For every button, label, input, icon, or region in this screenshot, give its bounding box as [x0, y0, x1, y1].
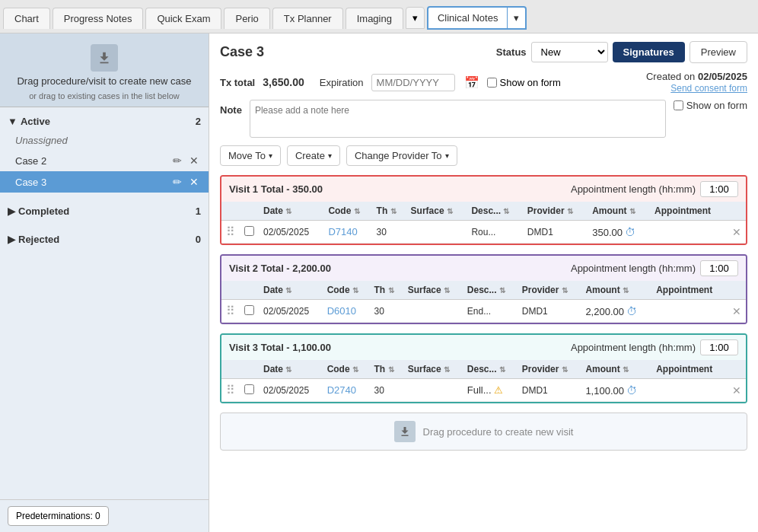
visit3-th-appointment: Appointment [651, 360, 728, 379]
visit3-row0-drag[interactable]: ⠿ [221, 379, 240, 402]
tab-clinical-notes[interactable]: Clinical Notes ▾ [427, 6, 527, 30]
visit3-th-check [240, 360, 259, 379]
expiration-input[interactable] [371, 74, 455, 91]
tab-clinical-notes-arrow[interactable]: ▾ [508, 8, 525, 28]
predeterminations-button[interactable]: Predeterminations: 0 [8, 506, 109, 526]
visit2-th-code[interactable]: Code ⇅ [323, 281, 370, 300]
visit1-th-desc[interactable]: Desc... ⇅ [467, 202, 522, 221]
visit2-row0-checkbox[interactable] [244, 305, 254, 315]
visit2-row0-check[interactable] [240, 300, 259, 323]
visit1-row0-delete-icon[interactable]: ✕ [732, 226, 741, 238]
visit3-row0-check[interactable] [240, 379, 259, 402]
visit3-th-th[interactable]: Th ⇅ [370, 360, 403, 379]
visit2-row0-clock-icon[interactable]: ⏱ [626, 305, 637, 317]
visit2-title: Visit 2 Total - 2,200.00 [229, 263, 331, 274]
visit3-th-date[interactable]: Date ⇅ [259, 360, 323, 379]
visit3-th-surface[interactable]: Surface ⇅ [403, 360, 463, 379]
bottom-drag-label: Drag procedure to create new visit [423, 426, 574, 438]
tab-more[interactable]: ▾ [406, 7, 425, 29]
visit2-appt-input[interactable] [700, 260, 738, 276]
visit1-appt-input[interactable] [700, 181, 738, 197]
visit1-th-th[interactable]: Th ⇅ [372, 202, 406, 221]
sidebar-case2-edit-icon[interactable]: ✏ [170, 154, 184, 167]
create-button[interactable]: Create ▾ [287, 145, 340, 166]
tab-perio[interactable]: Perio [224, 8, 269, 29]
visit3-th-amount[interactable]: Amount ⇅ [581, 360, 651, 379]
visit3-row0-clock-icon[interactable]: ⏱ [626, 384, 637, 397]
visit2-table-header-row: Date ⇅ Code ⇅ Th ⇅ Surface ⇅ Desc... ⇅ P… [221, 281, 746, 300]
visit1-th-date[interactable]: Date ⇅ [259, 202, 323, 221]
change-provider-button[interactable]: Change Provider To ▾ [346, 145, 457, 166]
visit1-row0-delete[interactable]: ✕ [728, 221, 746, 244]
visit1-row0-clock-icon[interactable]: ⏱ [625, 226, 635, 238]
sidebar-item-case3[interactable]: Case 3 ✏ ✕ [0, 171, 209, 193]
visit2-th-provider[interactable]: Provider ⇅ [518, 281, 581, 300]
note-textarea[interactable] [250, 100, 666, 138]
visit3-row0-warning-icon: ⚠ [494, 384, 503, 396]
visit1-row0-drag[interactable]: ⠿ [221, 221, 240, 244]
visit2-th-appointment: Appointment [651, 281, 728, 300]
visit3-row0-code[interactable]: D2740 [323, 379, 370, 402]
tx-total-label: Tx total [220, 77, 255, 88]
visit3-th-provider[interactable]: Provider ⇅ [518, 360, 581, 379]
visit1-th-surface[interactable]: Surface ⇅ [406, 202, 467, 221]
visit1-th-code[interactable]: Code ⇅ [323, 202, 371, 221]
visit1-row0-check[interactable] [240, 221, 259, 244]
status-select[interactable]: New Active Completed [531, 42, 608, 62]
sidebar-rejected-header[interactable]: ▶ Rejected 0 [0, 230, 209, 249]
calendar-icon[interactable]: 📅 [464, 75, 479, 90]
visit1-table-header-row: Date ⇅ Code ⇅ Th ⇅ Surface ⇅ Desc... ⇅ P… [221, 202, 746, 221]
show-on-form-checkbox[interactable] [487, 78, 497, 88]
visit3-th-code[interactable]: Code ⇅ [323, 360, 370, 379]
content-area: Case 3 Status New Active Completed Signa… [209, 33, 758, 532]
signatures-button[interactable]: Signatures [613, 42, 685, 62]
visit2-th-desc[interactable]: Desc... ⇅ [463, 281, 518, 300]
visit2-th-date[interactable]: Date ⇅ [259, 281, 323, 300]
tab-imaging[interactable]: Imaging [346, 8, 403, 29]
sidebar-active-header[interactable]: ▼ Active 2 [0, 112, 209, 131]
visit2-row0-code[interactable]: D6010 [323, 300, 370, 323]
sidebar-drag-area: Drag procedure/visit to create new case … [0, 33, 209, 107]
visit3-row0-th: 30 [370, 379, 403, 402]
sidebar-case3-delete-icon[interactable]: ✕ [187, 175, 201, 189]
tab-progress-notes[interactable]: Progress Notes [53, 8, 144, 29]
visit3-row0-delete[interactable]: ✕ [728, 379, 746, 402]
tab-clinical-notes-label[interactable]: Clinical Notes [428, 8, 508, 28]
visit3-row0-date: 02/05/2025 [259, 379, 323, 402]
preview-button[interactable]: Preview [690, 41, 747, 63]
visit1-row0-th: 30 [372, 221, 406, 244]
visit3-th-desc[interactable]: Desc... ⇅ [463, 360, 518, 379]
visit3-row0-checkbox[interactable] [244, 384, 254, 394]
sidebar-completed-header[interactable]: ▶ Completed 1 [0, 202, 209, 221]
visit2-table: Date ⇅ Code ⇅ Th ⇅ Surface ⇅ Desc... ⇅ P… [221, 281, 746, 323]
main-layout: Drag procedure/visit to create new case … [0, 33, 758, 532]
visit1-th-amount[interactable]: Amount ⇅ [588, 202, 650, 221]
visit3-appt-input[interactable] [700, 339, 738, 355]
visit2-row0-delete[interactable]: ✕ [728, 300, 746, 323]
visit1-row0-code[interactable]: D7140 [323, 221, 371, 244]
status-area: Status New Active Completed Signatures P… [496, 41, 747, 63]
send-consent-link[interactable]: Send consent form [670, 83, 747, 94]
visit3-row0-delete-icon[interactable]: ✕ [732, 384, 741, 397]
sidebar-case2-delete-icon[interactable]: ✕ [187, 154, 201, 167]
visit2-th-th[interactable]: Th ⇅ [370, 281, 403, 300]
sidebar-case3-edit-icon[interactable]: ✏ [170, 175, 184, 189]
visit1-row0-checkbox[interactable] [244, 226, 254, 236]
sidebar-item-case2[interactable]: Case 2 ✏ ✕ [0, 150, 209, 171]
visit3-title: Visit 3 Total - 1,100.00 [229, 342, 331, 353]
visit2-row0-delete-icon[interactable]: ✕ [732, 305, 741, 317]
bottom-drag-area: Drag procedure to create new visit [220, 413, 747, 451]
sidebar-completed-label: Completed [18, 205, 196, 217]
visit2-th-check [240, 281, 259, 300]
note-show-on-form-checkbox[interactable] [674, 100, 683, 110]
visit2-row0-drag[interactable]: ⠿ [221, 300, 240, 323]
visit2-th-surface[interactable]: Surface ⇅ [403, 281, 463, 300]
tab-chart[interactable]: Chart [3, 8, 50, 29]
create-arrow: ▾ [328, 151, 332, 160]
move-to-button[interactable]: Move To ▾ [220, 145, 281, 166]
bottom-drag-icon [394, 421, 416, 442]
visit1-th-provider[interactable]: Provider ⇅ [523, 202, 588, 221]
tab-tx-planner[interactable]: Tx Planner [272, 8, 343, 29]
tab-quick-exam[interactable]: Quick Exam [145, 8, 221, 29]
visit2-th-amount[interactable]: Amount ⇅ [581, 281, 651, 300]
